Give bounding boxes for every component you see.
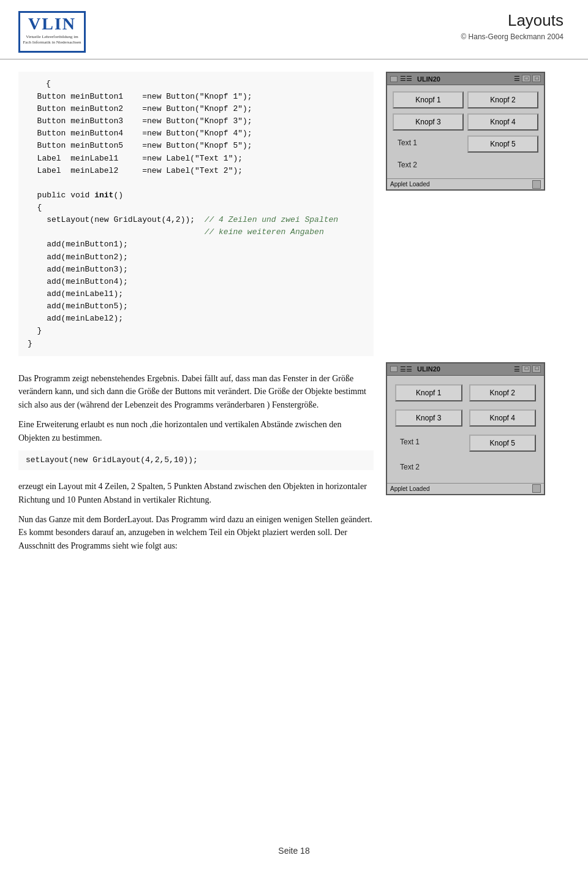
applet-title-1: ULIN20 <box>417 75 440 83</box>
header-right: Layouts © Hans-Georg Beckmann 2004 <box>461 11 564 41</box>
applet-btn-knopf2[interactable]: Knopf 2 <box>467 91 538 108</box>
lower-section: Das Programm zeigt nebenstehendes Ergebn… <box>18 362 564 559</box>
logo-subtitle: Virtuelle Lehrerfortbildung im Fach Info… <box>23 34 81 45</box>
applet-minimize-btn[interactable]: ☐ <box>522 75 530 82</box>
paragraph-2: Eine Erweiterung erlaubt es nun noch ,di… <box>18 418 374 444</box>
applet-cell-2-7: Text 2 <box>393 457 538 477</box>
applet-cell-4: Knopf 4 <box>466 111 540 133</box>
applet-maximize-btn[interactable]: ☐ <box>532 75 541 82</box>
applet-btn2-knopf1[interactable]: Knopf 1 <box>395 384 462 401</box>
page-title: Layouts <box>461 11 564 30</box>
applet-cell-2: Knopf 2 <box>466 89 540 111</box>
paragraph-4: Nun das Ganze mit dem BorderLayout. Das … <box>18 513 374 553</box>
applet-grid-2: Knopf 1 Knopf 2 Knopf 3 Knopf 4 Text 1 <box>387 376 544 483</box>
applet-btn-knopf1[interactable]: Knopf 1 <box>393 91 464 108</box>
applet-column-2: ☰☰ ULIN20 ☰ ☐ ☐ Knopf 1 Knopf 2 <box>386 362 564 559</box>
applet-cell-7: Text 2 <box>391 155 540 175</box>
text-para2: erzeugt ein Layout mit 4 Zeilen, 2 Spalt… <box>18 480 374 552</box>
applet-grid-1: Knopf 1 Knopf 2 Knopf 3 Knopf 4 Text 1 <box>387 85 544 178</box>
applet-cell-2-1: Knopf 1 <box>393 382 464 404</box>
logo: VLIN Virtuelle Lehrerfortbildung im Fach… <box>18 11 86 53</box>
applet-label2-2: Text 2 <box>395 460 536 474</box>
code-block-2: setLayout(new GridLayout(4,2,5,10)); <box>18 450 374 470</box>
applet-status-text-2: Applet Loaded <box>390 485 430 492</box>
applet-cell-2-6: Knopf 5 <box>467 432 538 454</box>
applet-window-1: ☰☰ ULIN20 ☰ ☐ ☐ Knopf 1 Knopf 2 <box>386 72 545 191</box>
applet-btn2-knopf2[interactable]: Knopf 2 <box>469 384 537 401</box>
applet-label2: Text 2 <box>393 158 538 172</box>
copyright: © Hans-Georg Beckmann 2004 <box>461 32 564 41</box>
applet-titlebar-2: ☰☰ ULIN20 ☰ ☐ ☐ <box>387 363 544 376</box>
applet-minimize-btn-2[interactable]: ☐ <box>522 365 530 373</box>
applet-column-1: ☰☰ ULIN20 ☰ ☐ ☐ Knopf 1 Knopf 2 <box>386 72 564 202</box>
applet-statusbar-2: Applet Loaded <box>387 483 544 494</box>
applet-btn-knopf3[interactable]: Knopf 3 <box>393 113 464 131</box>
applet-ctrl-btn-2 <box>390 366 398 372</box>
paragraph-1: Das Programm zeigt nebenstehendes Ergebn… <box>18 372 374 412</box>
applet-status-icon-1 <box>532 180 541 189</box>
applet-statusbar-1: Applet Loaded <box>387 178 544 189</box>
applet-btn2-knopf3[interactable]: Knopf 3 <box>395 409 462 427</box>
applet-btn2-knopf5[interactable]: Knopf 5 <box>469 435 537 452</box>
top-section: { Button meinButton1 =new Button("Knopf … <box>18 72 564 356</box>
applet-btn2-knopf4[interactable]: Knopf 4 <box>469 409 537 427</box>
applet-cell-2-5: Text 1 <box>393 432 464 454</box>
code-block-1: { Button meinButton1 =new Button("Knopf … <box>18 72 374 356</box>
applet-cell-2-2: Knopf 2 <box>467 382 538 404</box>
page-footer: Seite 18 <box>0 846 588 856</box>
page-header: VLIN Virtuelle Lehrerfortbildung im Fach… <box>0 0 588 59</box>
applet-label2-1: Text 1 <box>395 435 462 449</box>
text-left: Das Programm zeigt nebenstehendes Ergebn… <box>18 362 374 559</box>
applet-window-2: ☰☰ ULIN20 ☰ ☐ ☐ Knopf 1 Knopf 2 <box>386 362 545 495</box>
applet-cell-2-3: Knopf 3 <box>393 407 464 429</box>
applet-cell-6: Knopf 5 <box>466 133 540 155</box>
page-number: Seite 18 <box>278 846 309 856</box>
applet-cell-5: Text 1 <box>391 133 466 155</box>
applet-ctrl-btn <box>390 76 398 82</box>
text-para1: Das Programm zeigt nebenstehendes Ergebn… <box>18 372 374 444</box>
main-content: { Button meinButton1 =new Button("Knopf … <box>0 59 588 583</box>
applet-status-text-1: Applet Loaded <box>390 181 430 188</box>
applet-maximize-btn-2[interactable]: ☐ <box>532 365 541 373</box>
logo-text: VLIN <box>28 15 76 32</box>
applet-label1: Text 1 <box>393 135 464 150</box>
applet-cell-1: Knopf 1 <box>391 89 466 111</box>
code-column: { Button meinButton1 =new Button("Knopf … <box>18 72 374 356</box>
applet-status-icon-2 <box>532 484 541 493</box>
applet-btn-knopf4[interactable]: Knopf 4 <box>467 113 538 131</box>
applet-cell-3: Knopf 3 <box>391 111 466 133</box>
paragraph-3: erzeugt ein Layout mit 4 Zeilen, 2 Spalt… <box>18 480 374 506</box>
applet-titlebar-1: ☰☰ ULIN20 ☰ ☐ ☐ <box>387 73 544 85</box>
applet-btn-knopf5[interactable]: Knopf 5 <box>467 135 538 153</box>
applet-title-2: ULIN20 <box>417 365 440 373</box>
applet-cell-2-4: Knopf 4 <box>467 407 538 429</box>
